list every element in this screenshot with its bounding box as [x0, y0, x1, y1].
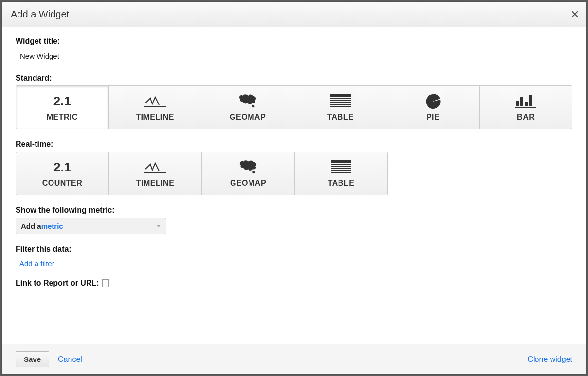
table-icon: [331, 160, 351, 174]
filter-data-label: Filter this data:: [16, 245, 572, 254]
standard-tile-pie[interactable]: PIE: [387, 85, 480, 129]
realtime-tile-label: TABLE: [328, 179, 355, 188]
svg-rect-8: [520, 97, 523, 106]
link-to-label: Link to Report or URL:: [16, 279, 99, 288]
widget-title-label: Widget title:: [16, 37, 572, 46]
standard-tile-label: TABLE: [327, 113, 354, 121]
standard-section: Standard: 2.1METRICTIMELINEGEOMAPTABLEPI…: [16, 74, 572, 129]
save-button[interactable]: Save: [16, 351, 49, 367]
clone-widget-link[interactable]: Clone widget: [528, 355, 573, 364]
dialog-title: Add a Widget: [2, 2, 563, 27]
widget-title-section: Widget title:: [16, 37, 572, 63]
realtime-section: Real-time: 2.1COUNTERTIMELINEGEOMAPTABLE: [16, 140, 572, 195]
standard-label: Standard:: [16, 74, 572, 83]
add-filter-link[interactable]: Add a filter: [19, 256, 54, 268]
cancel-link[interactable]: Cancel: [58, 355, 82, 364]
standard-tile-label: BAR: [517, 113, 535, 121]
svg-rect-10: [529, 95, 532, 106]
svg-rect-9: [525, 102, 528, 106]
realtime-tile-table[interactable]: TABLE: [294, 152, 388, 195]
geomap-icon: [238, 159, 258, 175]
add-widget-dialog: Add a Widget ✕ Widget title: Standard: 2…: [2, 2, 586, 374]
realtime-tileset: 2.1COUNTERTIMELINEGEOMAPTABLE: [16, 152, 572, 195]
dialog-body: Widget title: Standard: 2.1METRICTIMELIN…: [2, 27, 586, 344]
realtime-tile-label: TIMELINE: [136, 179, 175, 188]
realtime-tile-label: COUNTER: [42, 179, 83, 188]
svg-rect-1: [330, 94, 351, 97]
link-url-input[interactable]: [16, 291, 202, 305]
widget-title-input[interactable]: [16, 49, 202, 63]
realtime-label: Real-time:: [16, 140, 572, 149]
realtime-tile-label: GEOMAP: [230, 179, 266, 188]
table-icon: [330, 94, 351, 108]
filter-section: Filter this data: Add a filter: [16, 245, 572, 268]
dialog-header: Add a Widget ✕: [2, 2, 586, 27]
pie-icon: [426, 93, 441, 109]
standard-tileset: 2.1METRICTIMELINEGEOMAPTABLEPIEBAR: [16, 85, 572, 129]
metric-section: Show the following metric: Add a metric: [16, 206, 572, 234]
timeline-icon: [144, 94, 166, 108]
number-icon: 2.1: [53, 94, 71, 109]
close-button[interactable]: ✕: [563, 2, 586, 27]
standard-tile-label: METRIC: [47, 113, 78, 121]
link-section: Link to Report or URL:: [16, 279, 572, 305]
realtime-tile-geomap[interactable]: GEOMAP: [201, 152, 295, 195]
geomap-icon: [238, 93, 257, 109]
timeline-icon: [144, 160, 166, 174]
add-metric-dropdown[interactable]: Add a metric: [16, 218, 166, 234]
standard-tile-table[interactable]: TABLE: [294, 85, 387, 129]
standard-tile-metric[interactable]: 2.1METRIC: [16, 85, 109, 129]
show-metric-label: Show the following metric:: [16, 206, 572, 215]
svg-rect-7: [516, 101, 519, 106]
number-icon: 2.1: [53, 160, 71, 175]
bar-icon: [515, 94, 536, 108]
standard-tile-label: PIE: [427, 113, 440, 121]
close-icon: ✕: [570, 8, 579, 21]
realtime-tile-counter[interactable]: 2.1COUNTER: [16, 152, 109, 195]
add-metric-prefix: Add a: [21, 222, 41, 230]
standard-tile-bar[interactable]: BAR: [479, 85, 572, 129]
dialog-footer: Save Cancel Clone widget: [2, 344, 586, 374]
realtime-tile-timeline[interactable]: TIMELINE: [108, 152, 202, 195]
chevron-down-icon: [156, 225, 161, 227]
standard-tile-label: GEOMAP: [230, 113, 266, 121]
add-metric-link-text: metric: [41, 222, 63, 230]
standard-tile-timeline[interactable]: TIMELINE: [108, 85, 202, 129]
standard-tile-label: TIMELINE: [136, 113, 174, 121]
svg-rect-13: [331, 160, 351, 163]
report-icon: [102, 279, 109, 287]
standard-tile-geomap[interactable]: GEOMAP: [201, 85, 294, 129]
